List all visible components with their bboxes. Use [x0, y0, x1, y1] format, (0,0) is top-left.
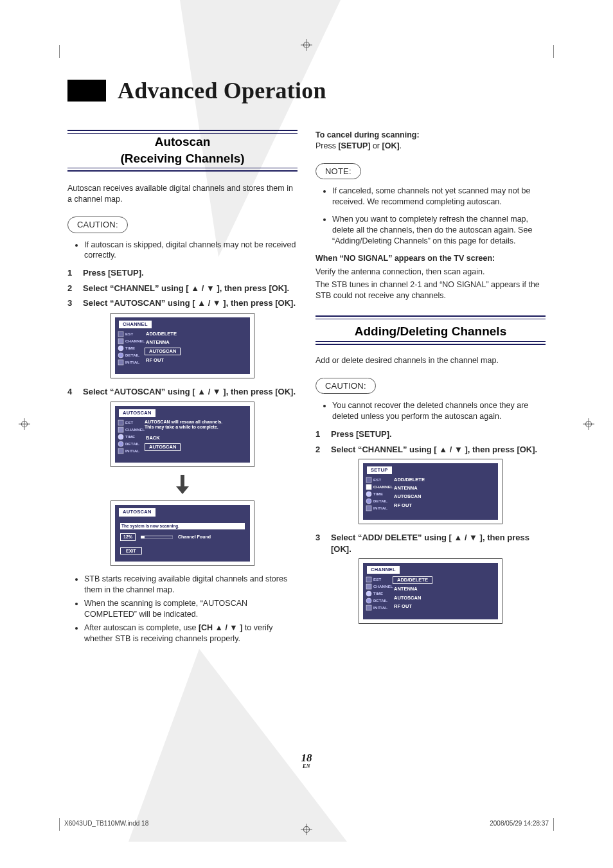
svg-rect-34 — [366, 584, 371, 589]
section-rule — [67, 168, 298, 172]
svg-marker-1 — [129, 649, 347, 842]
svg-point-22 — [118, 441, 123, 447]
step-4: 4Select “AUTOSCAN” using [ ▲ / ▼ ], then… — [67, 386, 298, 398]
svg-marker-25 — [176, 486, 189, 494]
page-title: Advanced Operation — [118, 77, 326, 104]
osd-menu-items: ADD/DELETE ANTENNA AUTOSCAN RF OUT — [393, 576, 495, 611]
osd-side-icons: EST CHANNEL TIME DETAIL INITIAL — [366, 576, 389, 611]
svg-point-35 — [366, 591, 371, 596]
svg-rect-19 — [118, 420, 123, 425]
svg-point-17 — [118, 353, 123, 358]
svg-rect-29 — [366, 484, 371, 490]
step-1: 1Press [SETUP]. — [67, 267, 298, 279]
osd-setup-menu: SETUP EST CHANNEL TIME DETAIL INITIAL AD… — [359, 459, 502, 524]
registration-mark-icon — [582, 418, 595, 430]
osd-menu-items: ADD/DELETE ANTENNA AUTOSCAN RF OUT — [393, 477, 495, 511]
adddel-intro: Add or delete desired channels in the ch… — [315, 355, 546, 366]
autoscan-intro: Autoscan receives available digital chan… — [67, 183, 298, 205]
cancel-heading: To cancel during scanning: Press [SETUP]… — [315, 130, 546, 152]
footer-timestamp: 2008/05/29 14:28:37 — [490, 820, 549, 827]
svg-rect-33 — [366, 577, 371, 582]
osd-tab: AUTOSCAN — [119, 508, 155, 516]
svg-point-36 — [366, 598, 371, 603]
osd-autoscan-progress: AUTOSCAN The system is now scanning. 12%… — [111, 500, 254, 566]
note-label: NOTE: — [315, 163, 361, 180]
osd-tab: CHANNEL — [367, 566, 400, 574]
svg-rect-37 — [366, 605, 371, 610]
caution-label: CAUTION: — [315, 378, 376, 394]
decorative-triangle-2 — [129, 649, 347, 842]
osd-tab: SETUP — [367, 466, 392, 474]
osd-channel-adddelete: CHANNEL EST CHANNEL TIME DETAIL INITIAL … — [359, 558, 502, 624]
section-rule — [315, 341, 546, 345]
nosignal-heading: When “NO SIGNAL” appears on the TV scree… — [315, 253, 546, 264]
caution-label: CAUTION: — [67, 217, 128, 233]
registration-mark-icon — [18, 418, 31, 430]
svg-rect-26 — [141, 536, 173, 538]
osd-scan-status: The system is now scanning. — [120, 523, 245, 530]
svg-rect-28 — [366, 477, 371, 483]
osd-tab: CHANNEL — [119, 321, 152, 328]
adddel-step-3: 3Select “ADD/ DELETE” using [ ▲ / ▼ ], t… — [315, 532, 546, 554]
adddel-step-1: 1Press [SETUP]. — [315, 429, 546, 440]
svg-point-31 — [366, 499, 371, 504]
osd-menu-items: AUTOSCAN will rescan all channels.This m… — [145, 420, 247, 454]
title-block-decor — [67, 80, 106, 102]
note-list: If canceled, some channels not yet scann… — [315, 186, 546, 246]
caution-list: If autoscan is skipped, digital channels… — [67, 240, 298, 261]
osd-progress: 12% Channel Found — [120, 533, 245, 540]
svg-rect-15 — [118, 339, 123, 344]
nosignal-line1: Verify the antenna connection, then scan… — [315, 267, 546, 278]
page-number: 18 EN — [301, 752, 312, 769]
osd-tab: AUTOSCAN — [119, 409, 155, 417]
step-2: 2Select “CHANNEL” using [ ▲ / ▼ ], then … — [67, 283, 298, 294]
post-scan-notes: STB starts receiving available digital c… — [67, 574, 298, 644]
autoscan-heading: Autoscan (Receiving Channels) — [67, 134, 298, 166]
osd-side-icons: EST CHANNEL TIME DETAIL INITIAL — [118, 331, 141, 366]
nosignal-line2: The STB tunes in channel 2-1 and “NO SIG… — [315, 279, 546, 301]
osd-exit-button: EXIT — [120, 547, 142, 554]
svg-rect-20 — [118, 427, 123, 432]
osd-channel-menu: CHANNEL EST CHANNEL TIME DETAIL INITIAL … — [111, 313, 254, 378]
down-arrow-icon — [67, 475, 298, 497]
step-3: 3Select “AUTOSCAN” using [ ▲ / ▼ ], then… — [67, 297, 298, 309]
adddel-heading: Adding/Deleting Channels — [315, 323, 546, 340]
caution-item: If autoscan is skipped, digital channels… — [84, 240, 298, 261]
osd-side-icons: EST CHANNEL TIME DETAIL INITIAL — [118, 420, 141, 454]
svg-rect-23 — [118, 448, 123, 454]
svg-point-30 — [366, 492, 371, 497]
svg-point-16 — [118, 346, 123, 351]
caution-list: You cannot recover the deleted channels … — [315, 400, 546, 422]
svg-point-21 — [118, 434, 123, 439]
section-rule — [315, 315, 546, 319]
svg-rect-27 — [141, 536, 145, 538]
footer-filename: X6043UD_TB110MW.indd 18 — [64, 820, 148, 827]
svg-rect-32 — [366, 506, 371, 511]
osd-menu-items: ADD/DELETE ANTENNA AUTOSCAN RF OUT — [145, 331, 247, 366]
svg-rect-18 — [118, 360, 123, 365]
osd-autoscan-confirm: AUTOSCAN EST CHANNEL TIME DETAIL INITIAL… — [111, 402, 254, 467]
adddel-step-2: 2Select “CHANNEL” using [ ▲ / ▼ ], then … — [315, 444, 546, 456]
osd-side-icons: EST CHANNEL TIME DETAIL INITIAL — [366, 477, 389, 511]
print-footer: X6043UD_TB110MW.indd 18 2008/05/29 14:28… — [0, 820, 613, 827]
svg-rect-14 — [118, 332, 123, 337]
